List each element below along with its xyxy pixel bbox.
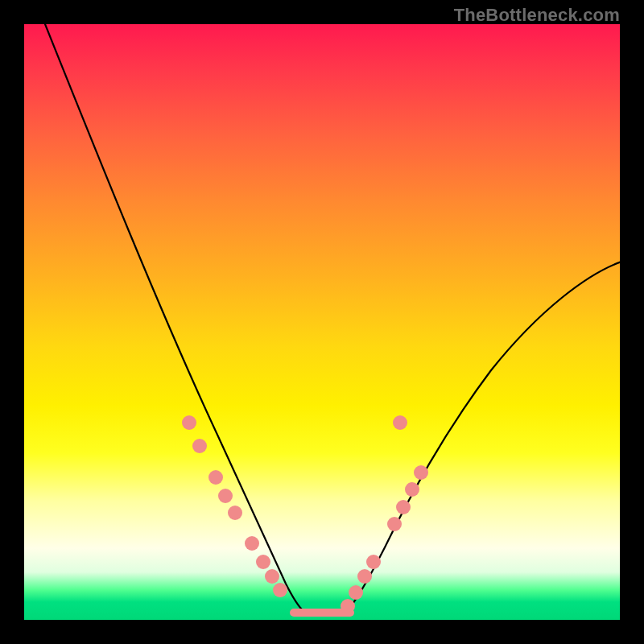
marker	[273, 583, 287, 597]
marker	[414, 465, 428, 480]
marker	[192, 439, 207, 453]
marker	[366, 555, 381, 569]
left-curve	[42, 24, 304, 612]
chart-plot-area	[24, 24, 620, 620]
right-curve	[346, 262, 620, 612]
marker	[265, 569, 279, 584]
watermark-text: TheBottleneck.com	[454, 5, 620, 26]
marker	[396, 500, 411, 514]
marker	[182, 415, 196, 430]
marker	[256, 555, 270, 569]
marker	[208, 470, 223, 485]
marker	[245, 536, 259, 551]
marker	[228, 506, 242, 520]
marker	[393, 415, 407, 430]
marker	[405, 482, 419, 497]
marker	[341, 599, 355, 613]
chart-svg	[24, 24, 620, 620]
marker	[387, 517, 402, 531]
marker	[357, 569, 372, 584]
marker	[349, 585, 363, 600]
marker	[218, 489, 233, 503]
